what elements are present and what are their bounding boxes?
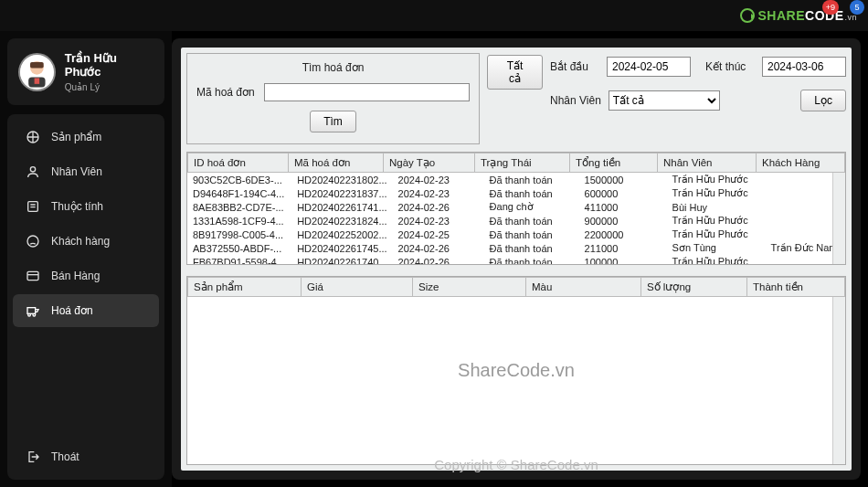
table-row[interactable]: 8AE83BB2-CD7E-...HD202402261741...2024-0… (187, 200, 845, 214)
staff-filter-label: Nhân Viên (550, 94, 601, 107)
orders-col-header[interactable]: Khách Hàng (757, 154, 845, 173)
orders-table[interactable]: ID hoá đơnMã hoá đơnNgày TạoTrạng TháiTổ… (187, 153, 845, 173)
brand-logo: SHARECODE.vn (740, 8, 857, 23)
orders-col-header[interactable]: Trạng Thái (475, 154, 570, 173)
orders-col-header[interactable]: Mã hoá đơn (289, 154, 384, 173)
orders-table-wrap: ID hoá đơnMã hoá đơnNgày TạoTrạng TháiTổ… (186, 152, 846, 265)
brand-icon (740, 8, 755, 23)
user-icon (26, 164, 40, 179)
filter-panel: Bắt đầu Kết thúc Nhân Viên Tất cả Lọc (550, 53, 846, 111)
details-col-header[interactable]: Size (413, 278, 526, 297)
orders-col-header[interactable]: Tổng tiền (570, 154, 658, 173)
main-panel: Tìm hoá đơn Mã hoá đơn Tìm Tất cả Bắt đầ… (172, 38, 861, 480)
svg-rect-9 (27, 271, 38, 280)
sidebar-item-label: Thoát (51, 450, 79, 463)
brand-text-share: SHARE (758, 8, 806, 23)
svg-rect-4 (35, 78, 40, 83)
orders-col-header[interactable]: ID hoá đơn (188, 154, 289, 173)
search-label: Mã hoá đơn (196, 86, 255, 99)
orders-col-header[interactable]: Ngày Tạo (384, 154, 475, 173)
all-button[interactable]: Tất cả (487, 55, 543, 90)
sidebar-item-label: Hoá đơn (51, 304, 93, 317)
attribute-icon (26, 199, 40, 214)
details-col-header[interactable]: Màu (526, 278, 641, 297)
svg-rect-3 (30, 61, 44, 67)
orders-col-header[interactable]: Nhân Viên (658, 154, 757, 173)
details-col-header[interactable]: Giá (302, 278, 413, 297)
filter-button[interactable]: Lọc (800, 90, 846, 111)
search-input[interactable] (264, 83, 470, 101)
product-icon (26, 130, 40, 144)
start-date-input[interactable] (607, 57, 691, 77)
details-col-header[interactable]: Thành tiền (747, 278, 845, 297)
table-row[interactable]: D94648F1-194C-4...HD202402231837...2024-… (187, 186, 845, 200)
table-row[interactable]: AB372550-ABDF-...HD202402261745...2024-0… (187, 241, 845, 255)
sidebar-item-product[interactable]: Sản phẩm (13, 121, 159, 154)
topbar: SHARECODE.vn +9 5 (0, 0, 868, 31)
search-button[interactable]: Tìm (310, 111, 356, 132)
profile-card: Trần Hữu Phước Quản Lý (7, 38, 164, 105)
sidebar-item-label: Nhân Viên (51, 165, 102, 178)
details-scrollbar[interactable] (832, 297, 845, 464)
nav: Sản phẩmNhân ViênThuộc tínhKhách hàngBán… (7, 114, 164, 480)
sidebar-item-label: Khách hàng (51, 235, 110, 248)
notification-badge-blue[interactable]: 5 (850, 0, 864, 15)
table-row[interactable]: 903C52CB-6DE3-...HD202402231802...2024-0… (187, 173, 845, 186)
notification-badge-red[interactable]: +9 (822, 0, 839, 15)
sidebar: Trần Hữu Phước Quản Lý Sản phẩmNhân Viên… (0, 31, 172, 487)
details-table-wrap: Sản phẩmGiáSizeMàuSố lượngThành tiền Sha… (186, 276, 846, 465)
table-row[interactable]: 8B917998-C005-4...HD202402252002...2024-… (187, 228, 845, 241)
avatar (18, 53, 56, 91)
invoice-icon (26, 303, 40, 318)
sidebar-item-attribute[interactable]: Thuộc tính (13, 190, 159, 223)
customer-icon (26, 234, 40, 249)
orders-scrollbar[interactable] (832, 173, 845, 264)
table-row[interactable]: FB67BD91-5598-4...HD202402261740...2024-… (187, 255, 845, 264)
end-date-input[interactable] (762, 57, 846, 77)
svg-rect-10 (27, 308, 36, 314)
svg-point-12 (33, 313, 36, 316)
sidebar-item-customer[interactable]: Khách hàng (13, 225, 159, 258)
search-panel-title: Tìm hoá đơn (196, 61, 470, 74)
profile-role: Quản Lý (65, 82, 153, 92)
table-row[interactable]: 1331A598-1CF9-4...HD202402231824...2024-… (187, 214, 845, 228)
sidebar-item-sales[interactable]: Bán Hàng (13, 259, 159, 292)
start-date-label: Bắt đầu (550, 60, 599, 73)
svg-point-6 (30, 167, 35, 172)
sidebar-item-label: Sản phẩm (51, 131, 101, 143)
staff-filter-select[interactable]: Tất cả (609, 90, 720, 111)
sidebar-item-exit[interactable]: Thoát (13, 440, 159, 473)
exit-icon (26, 450, 40, 464)
profile-name: Trần Hữu Phước (65, 51, 153, 79)
sidebar-item-user[interactable]: Nhân Viên (13, 155, 159, 188)
sales-icon (26, 269, 40, 283)
end-date-label: Kết thúc (705, 60, 755, 73)
sidebar-item-invoice[interactable]: Hoá đơn (13, 294, 159, 327)
details-col-header[interactable]: Số lượng (641, 278, 747, 297)
details-col-header[interactable]: Sản phẩm (188, 278, 302, 297)
svg-point-11 (28, 313, 31, 316)
search-panel: Tìm hoá đơn Mã hoá đơn Tìm (186, 53, 480, 144)
watermark-center: ShareCode.vn (187, 277, 845, 464)
sidebar-item-label: Bán Hàng (51, 270, 100, 282)
svg-point-8 (27, 236, 38, 247)
details-table[interactable]: Sản phẩmGiáSizeMàuSố lượngThành tiền (187, 277, 845, 297)
sidebar-item-label: Thuộc tính (51, 200, 103, 213)
